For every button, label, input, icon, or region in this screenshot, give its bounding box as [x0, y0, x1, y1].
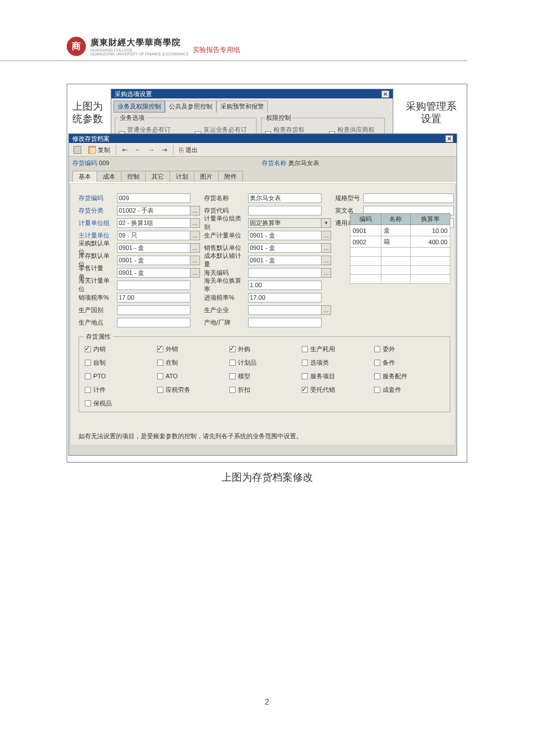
checkbox-icon[interactable] [157, 360, 163, 366]
checkbox-icon[interactable] [374, 346, 380, 352]
attr-内销[interactable]: 内销 [85, 343, 155, 355]
checkbox-icon[interactable] [302, 346, 308, 352]
ellipsis-button[interactable]: … [190, 268, 200, 278]
checkbox-icon[interactable] [374, 387, 380, 393]
attr-生产耗用[interactable]: 生产耗用 [302, 343, 372, 355]
sale-unit-input[interactable] [248, 243, 322, 253]
nav-last-button[interactable]: ⇥ [159, 145, 170, 155]
attr-折扣[interactable]: 折扣 [229, 383, 299, 396]
attr-选项类[interactable]: 选项类 [302, 356, 372, 369]
table-row[interactable]: 0902箱400.00 [350, 236, 450, 248]
attr-PTO[interactable]: PTO [85, 370, 155, 382]
nav-prev-button[interactable]: ← [132, 145, 144, 155]
table-row[interactable] [350, 248, 450, 257]
checkbox-icon[interactable] [229, 387, 236, 393]
prod-country-input[interactable] [117, 305, 190, 315]
tab-basic[interactable]: 基本 [72, 171, 97, 182]
ellipsis-button[interactable]: … [321, 268, 331, 278]
attr-应税劳务[interactable]: 应税劳务 [157, 383, 227, 396]
retail-unit-input[interactable] [117, 268, 190, 278]
tab-plan[interactable]: 计划 [170, 171, 194, 182]
cost-unit-input[interactable] [248, 256, 322, 265]
table-row[interactable]: 0901盒10.00 [350, 225, 450, 236]
prod-place-input[interactable] [117, 318, 190, 327]
table-row[interactable] [350, 266, 450, 275]
checkbox-icon[interactable] [85, 373, 91, 379]
attr-委外[interactable]: 委外 [374, 343, 444, 355]
checkbox-icon[interactable] [302, 360, 308, 366]
attr-自制[interactable]: 自制 [85, 356, 155, 369]
attr-在制[interactable]: 在制 [157, 356, 227, 369]
inventory-edit-titlebar[interactable]: 修改存货档案 ✕ [69, 134, 457, 143]
ellipsis-button[interactable]: … [321, 305, 331, 315]
attr-计件[interactable]: 计件 [85, 383, 155, 396]
attr-服务项目[interactable]: 服务项目 [302, 370, 372, 382]
attr-保税品[interactable]: 保税品 [85, 397, 155, 409]
checkbox-icon[interactable] [85, 346, 91, 352]
save-button[interactable] [71, 145, 84, 155]
attr-受托代销[interactable]: 受托代销 [302, 383, 372, 396]
attr-外销[interactable]: 外销 [157, 343, 227, 355]
tab-other[interactable]: 其它 [145, 171, 170, 182]
ellipsis-button[interactable]: … [321, 231, 331, 240]
attr-模型[interactable]: 模型 [229, 370, 299, 382]
purchase-options-titlebar[interactable]: 采购选项设置 ✕ [111, 89, 393, 98]
brand-input[interactable] [248, 318, 322, 327]
checkbox-icon[interactable] [302, 387, 308, 393]
nav-first-button[interactable]: ⇤ [120, 145, 130, 155]
attr-外购[interactable]: 外购 [229, 343, 299, 355]
spec-input[interactable] [363, 193, 454, 203]
ellipsis-button[interactable]: … [190, 256, 200, 265]
table-row[interactable] [350, 257, 450, 266]
customs-rate-input[interactable] [248, 280, 322, 290]
attr-计划品[interactable]: 计划品 [229, 356, 299, 369]
inventory-code-input[interactable] [117, 193, 190, 203]
attr-服务配件[interactable]: 服务配件 [374, 370, 444, 382]
copy-button[interactable]: 复制 [86, 145, 112, 155]
customs-code-input[interactable] [248, 268, 322, 278]
prod-company-input[interactable] [248, 305, 322, 315]
checkbox-icon[interactable] [374, 360, 380, 366]
ellipsis-button[interactable]: … [190, 231, 200, 240]
ellipsis-button[interactable]: … [190, 243, 200, 253]
checkbox-icon[interactable] [85, 360, 91, 366]
unit-group-input[interactable] [117, 218, 190, 228]
attr-备件[interactable]: 备件 [374, 356, 444, 369]
close-icon[interactable]: ✕ [381, 90, 389, 98]
checkbox-icon[interactable] [229, 373, 236, 379]
nav-next-button[interactable]: → [146, 145, 157, 155]
checkbox-icon[interactable] [85, 400, 91, 407]
inventory-invcode-input[interactable] [248, 206, 322, 215]
ellipsis-button[interactable]: … [190, 206, 200, 215]
prod-unit-input[interactable] [248, 231, 322, 240]
checkbox-icon[interactable] [229, 360, 236, 366]
stock-unit-input[interactable] [117, 256, 190, 265]
tab-control[interactable]: 控制 [121, 171, 146, 182]
tab-alert[interactable]: 采购预警和报警 [216, 101, 268, 113]
ellipsis-button[interactable]: … [190, 218, 200, 228]
tab-image[interactable]: 图片 [194, 171, 219, 182]
checkbox-icon[interactable] [229, 346, 236, 352]
in-tax-input[interactable] [248, 293, 322, 303]
main-unit-input[interactable] [117, 231, 190, 240]
customs-unit-input[interactable] [117, 280, 190, 290]
checkbox-icon[interactable] [157, 346, 163, 352]
attr-ATO[interactable]: ATO [157, 370, 227, 382]
attr-成套件[interactable]: 成套件 [374, 383, 444, 396]
inventory-category-input[interactable] [117, 206, 190, 215]
pur-unit-input[interactable] [117, 243, 190, 253]
tab-cost[interactable]: 成本 [97, 171, 121, 182]
checkbox-icon[interactable] [85, 387, 91, 393]
exit-button[interactable]: ⎘退出 [177, 145, 200, 155]
table-row[interactable] [350, 275, 450, 284]
checkbox-icon[interactable] [157, 373, 163, 379]
tab-business-permission[interactable]: 业务及权限控制 [114, 101, 165, 113]
unit-group-type-select[interactable] [248, 218, 322, 228]
checkbox-icon[interactable] [302, 373, 308, 379]
tab-attachment[interactable]: 附件 [218, 171, 243, 182]
tab-public-reference[interactable]: 公共及参照控制 [165, 101, 216, 113]
dropdown-icon[interactable]: ▾ [321, 218, 331, 228]
checkbox-icon[interactable] [374, 373, 380, 379]
inventory-name-input[interactable] [248, 193, 322, 203]
ellipsis-button[interactable]: … [321, 256, 331, 265]
